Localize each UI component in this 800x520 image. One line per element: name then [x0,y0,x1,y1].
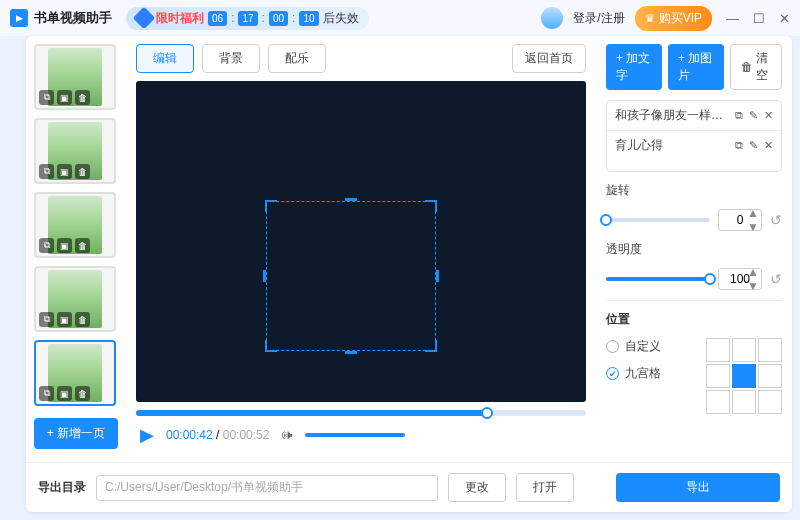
maximize-button[interactable]: ☐ [753,11,765,26]
add-image-button[interactable]: + 加图片 [668,44,724,90]
editor-center: 编辑 背景 配乐 返回首页 [126,36,596,462]
ticket-icon [133,7,156,30]
export-dir-label: 导出目录 [38,479,86,496]
image-icon[interactable]: ▣ [57,164,72,179]
timeline-progress [136,410,487,416]
copy-icon[interactable]: ⧉ [39,386,54,401]
thumb-3[interactable]: ⧉▣🗑 [34,192,116,258]
minimize-button[interactable]: — [726,11,739,26]
duplicate-icon[interactable]: ⧉ [735,139,743,152]
export-button[interactable]: 导出 [616,473,780,502]
delete-icon[interactable]: 🗑 [75,238,90,253]
main-panel: ⧉▣🗑 ⧉▣🗑 ⧉▣🗑 ⧉▣🗑 ⧉▣🗑 + 新增一页 编辑 背景 配乐 返回首页 [26,36,792,512]
login-link[interactable]: 登录/注册 [573,10,624,27]
rotate-slider[interactable] [606,218,710,222]
image-icon[interactable]: ▣ [57,386,72,401]
change-path-button[interactable]: 更改 [448,473,506,502]
export-path-input[interactable]: C:/Users/User/Desktop/书单视频助手 [96,475,438,501]
duplicate-icon[interactable]: ⧉ [735,109,743,122]
opacity-slider[interactable] [606,277,710,281]
promo-banner[interactable]: 限时福利 06: 17: 00: 10 后失效 [126,7,369,30]
delete-icon[interactable]: 🗑 [75,164,90,179]
image-icon[interactable]: ▣ [57,312,72,327]
timeline-knob[interactable] [481,407,493,419]
add-page-button[interactable]: + 新增一页 [34,418,118,449]
clear-button[interactable]: 🗑清空 [730,44,782,90]
delete-icon[interactable]: ✕ [764,109,773,122]
thumb-4[interactable]: ⧉▣🗑 [34,266,116,332]
handle-br[interactable] [425,340,437,352]
rotate-reset-icon[interactable]: ↺ [770,212,782,228]
layer-list: 和孩子像朋友一样相处和孩子像⧉✎✕ 育儿心得⧉✎✕ [606,100,782,172]
grid-cell[interactable] [706,390,730,414]
volume-slider[interactable] [305,433,405,437]
grid-cell[interactable] [758,390,782,414]
delete-icon[interactable]: 🗑 [75,386,90,401]
opacity-knob[interactable] [704,273,716,285]
copy-icon[interactable]: ⧉ [39,238,54,253]
timer-min: 17 [238,11,257,26]
footer: 导出目录 C:/Users/User/Desktop/书单视频助手 更改 打开 … [26,462,792,512]
time-current: 00:00:42 [166,428,213,442]
layer-item[interactable]: 和孩子像朋友一样相处和孩子像⧉✎✕ [607,101,781,130]
edit-icon[interactable]: ✎ [749,109,758,122]
handle-r[interactable] [436,270,439,282]
copy-icon[interactable]: ⧉ [39,90,54,105]
timer-sec: 00 [269,11,288,26]
back-home-button[interactable]: 返回首页 [512,44,586,73]
timer-hours: 06 [208,11,227,26]
rotate-label: 旋转 [606,182,646,199]
thumb-2[interactable]: ⧉▣🗑 [34,118,116,184]
promo-suffix: 后失效 [323,10,359,27]
copy-icon[interactable]: ⧉ [39,164,54,179]
grid-cell[interactable] [758,364,782,388]
open-path-button[interactable]: 打开 [516,473,574,502]
opacity-reset-icon[interactable]: ↺ [770,271,782,287]
handle-b[interactable] [345,351,357,354]
image-icon[interactable]: ▣ [57,90,72,105]
opacity-input[interactable]: 100▲▼ [718,268,762,290]
grid-cell[interactable] [706,338,730,362]
rotate-knob[interactable] [600,214,612,226]
close-button[interactable]: ✕ [779,11,790,26]
thumb-5[interactable]: ⧉▣🗑 [34,340,116,406]
tab-edit[interactable]: 编辑 [136,44,194,73]
grid-cell[interactable] [758,338,782,362]
layer-item[interactable]: 育儿心得⧉✎✕ [607,130,781,160]
edit-icon[interactable]: ✎ [749,139,758,152]
tab-music[interactable]: 配乐 [268,44,326,73]
canvas[interactable] [136,81,586,402]
handle-t[interactable] [345,198,357,201]
image-icon[interactable]: ▣ [57,238,72,253]
tab-background[interactable]: 背景 [202,44,260,73]
handle-tr[interactable] [425,200,437,212]
volume-icon[interactable]: 🕪 [281,428,293,442]
handle-tl[interactable] [265,200,277,212]
promo-label: 限时福利 [156,10,204,27]
avatar-icon[interactable] [541,7,563,29]
handle-l[interactable] [263,270,266,282]
delete-icon[interactable]: ✕ [764,139,773,152]
play-button[interactable]: ▶ [140,424,154,446]
position-grid [706,338,782,414]
buy-vip-button[interactable]: ♛购买VIP [635,6,712,31]
time-total: 00:00:52 [223,428,270,442]
copy-icon[interactable]: ⧉ [39,312,54,327]
timeline[interactable] [136,410,586,416]
position-grid-radio[interactable]: 九宫格 [606,365,661,382]
opacity-label: 透明度 [606,241,646,258]
position-custom-radio[interactable]: 自定义 [606,338,661,355]
grid-cell[interactable] [732,390,756,414]
grid-cell[interactable] [732,338,756,362]
grid-cell[interactable] [706,364,730,388]
thumb-1[interactable]: ⧉▣🗑 [34,44,116,110]
grid-cell-selected[interactable] [732,364,756,388]
delete-icon[interactable]: 🗑 [75,90,90,105]
trash-icon: 🗑 [741,60,753,74]
timer-ms: 10 [299,11,318,26]
handle-bl[interactable] [265,340,277,352]
selection-box[interactable] [266,201,436,351]
delete-icon[interactable]: 🗑 [75,312,90,327]
rotate-input[interactable]: 0▲▼ [718,209,762,231]
add-text-button[interactable]: + 加文字 [606,44,662,90]
